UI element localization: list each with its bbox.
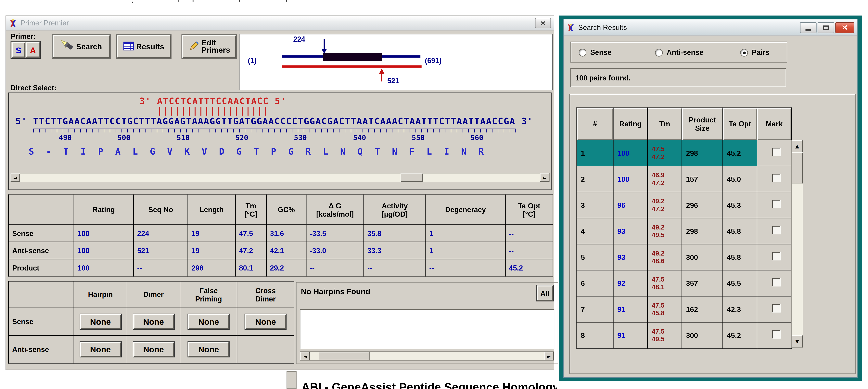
result-row-6[interactable]: 6 92 47.548.1 357 45.5: [577, 270, 792, 296]
hairpin-scrollbar-thumb[interactable]: [319, 352, 369, 360]
stats-cell: --: [364, 259, 426, 276]
sense-cross-dimer-button[interactable]: None: [245, 314, 286, 329]
stats-cell: 19: [188, 225, 236, 242]
scroll-right-button[interactable]: ►: [540, 173, 549, 182]
strand-selector: S A: [10, 41, 41, 59]
stats-row-label: Product: [9, 259, 74, 276]
result-product-size: 300: [682, 322, 723, 348]
stats-header-rating: Rating: [74, 195, 133, 225]
radio-pairs[interactable]: Pairs: [740, 48, 769, 57]
sense-dimer-button[interactable]: None: [133, 314, 174, 329]
tm-sense-value: 47.5: [652, 145, 682, 153]
radio-sense[interactable]: Sense: [579, 48, 612, 57]
result-rating: 96: [613, 192, 647, 218]
radio-anti-sense[interactable]: Anti-sense: [655, 48, 703, 57]
tm-sense-value: 46.9: [652, 171, 682, 179]
result-tm: 46.947.2: [647, 166, 682, 192]
result-row-4[interactable]: 4 93 49.249.5 298 45.8: [577, 218, 792, 244]
mark-checkbox[interactable]: [772, 278, 780, 286]
scroll-up-button[interactable]: ▲: [792, 140, 803, 152]
stats-row-product: Product 100 -- 298 80.1 29.2 -- -- -- 45…: [9, 259, 553, 276]
edit-primers-button[interactable]: Edit Primers: [182, 35, 236, 58]
template-sequence[interactable]: 5' TTCTTGAACAATTCCTGCTTTAGGAGTAAAGGTTGAT…: [16, 116, 533, 126]
stats-cell: 47.2: [235, 242, 266, 259]
hairpin-detail-panel: No Hairpins Found All ◄ ►: [296, 282, 558, 364]
sequence-scrollbar[interactable]: ◄ ►: [10, 173, 550, 183]
antisense-position-label: 521: [387, 77, 399, 85]
translation-sequence: S - T I P A L G V K V D G T P G R L N Q …: [29, 146, 487, 157]
close-button[interactable]: [535, 18, 551, 28]
results-button[interactable]: Results: [117, 35, 171, 58]
close-button[interactable]: [835, 22, 854, 33]
primer-titlebar[interactable]: Primer Premier: [6, 16, 554, 31]
map-start-label: (1): [248, 57, 257, 65]
sequence-scrollbar-thumb[interactable]: [401, 173, 423, 182]
sequence-scrollbar-track[interactable]: [20, 173, 540, 182]
result-number: 3: [577, 192, 613, 218]
close-icon: [842, 23, 847, 32]
header-tm[interactable]: Tm: [647, 108, 682, 140]
antisense-false-priming-button[interactable]: None: [188, 342, 229, 357]
result-row-7[interactable]: 7 91 47.545.8 162 42.3: [577, 296, 792, 322]
sense-false-priming-button[interactable]: None: [188, 314, 229, 329]
primer-premier-app-icon: [9, 19, 18, 27]
tm-antisense-value: 47.2: [652, 179, 682, 187]
result-mark-cell: [757, 244, 792, 270]
mark-checkbox[interactable]: [772, 330, 780, 338]
sense-strand-button[interactable]: S: [11, 42, 25, 58]
antisense-strand-button[interactable]: A: [26, 42, 40, 58]
mark-checkbox[interactable]: [772, 148, 780, 156]
scroll-left-button[interactable]: ◄: [10, 173, 20, 182]
header-number[interactable]: #: [577, 108, 613, 140]
antisense-hairpin-button[interactable]: None: [80, 342, 121, 357]
ruler-tick: 550: [406, 134, 430, 142]
status-text: 100 pairs found.: [576, 73, 630, 82]
antisense-strand-line: [282, 65, 422, 67]
header-product-size[interactable]: Product Size: [682, 108, 723, 140]
result-row-2[interactable]: 2 100 46.947.2 157 45.0: [577, 166, 792, 192]
result-rating: 100: [613, 140, 647, 166]
results-scrollbar-track[interactable]: [792, 152, 803, 335]
results-scrollbar[interactable]: ▲ ▼: [791, 140, 803, 348]
structure-cell: None: [237, 308, 294, 336]
stats-header-gc: GC%: [267, 195, 306, 225]
header-rating[interactable]: Rating: [613, 108, 647, 140]
result-row-8[interactable]: 8 91 47.549.5 300 45.2: [577, 322, 792, 348]
sense-hairpin-button[interactable]: None: [80, 314, 121, 329]
scroll-left-button[interactable]: ◄: [301, 352, 310, 360]
primer-premier-app-icon: [566, 23, 576, 32]
scroll-right-icon: ►: [547, 353, 551, 359]
maximize-button[interactable]: [817, 22, 834, 33]
result-ta-opt: 42.3: [723, 296, 757, 322]
result-row-5[interactable]: 5 93 49.248.6 300 45.8: [577, 244, 792, 270]
header-mark[interactable]: Mark: [757, 108, 792, 140]
mark-checkbox[interactable]: [772, 226, 780, 234]
mark-checkbox[interactable]: [772, 252, 780, 260]
mark-checkbox[interactable]: [772, 200, 780, 209]
hairpin-scrollbar-track[interactable]: [310, 352, 544, 360]
minimize-button[interactable]: [800, 22, 816, 33]
structure-row-label: Anti-sense: [9, 336, 74, 363]
scroll-right-button[interactable]: ►: [544, 352, 554, 360]
search-button[interactable]: Search: [53, 35, 110, 58]
stats-row-label: Sense: [9, 225, 74, 242]
table-grid-icon: [123, 41, 134, 52]
structure-cell: None: [180, 308, 237, 336]
result-tm: 49.248.6: [647, 244, 682, 270]
hairpin-scrollbar[interactable]: ◄ ►: [300, 351, 554, 361]
stats-header-degeneracy: Degeneracy: [426, 195, 505, 225]
mark-checkbox[interactable]: [772, 174, 780, 182]
all-button[interactable]: All: [536, 285, 553, 301]
result-row-1[interactable]: 1 100 47.547.2 298 45.2: [577, 140, 792, 166]
result-row-3[interactable]: 3 96 49.247.2 296 45.3: [577, 192, 792, 218]
scroll-down-button[interactable]: ▼: [792, 335, 803, 348]
stats-header-row: Rating Seq No Length Tm [°C] GC% Δ G [kc…: [9, 195, 553, 225]
antisense-dimer-button[interactable]: None: [133, 342, 174, 357]
mark-checkbox[interactable]: [772, 304, 780, 312]
results-titlebar[interactable]: Search Results: [564, 19, 857, 36]
header-ta-opt[interactable]: Ta Opt: [723, 108, 757, 140]
results-scrollbar-thumb[interactable]: [792, 152, 803, 183]
structure-row-sense: Sense None None None None: [9, 308, 294, 336]
stats-cell: 521: [133, 242, 188, 259]
result-number: 2: [577, 166, 613, 192]
